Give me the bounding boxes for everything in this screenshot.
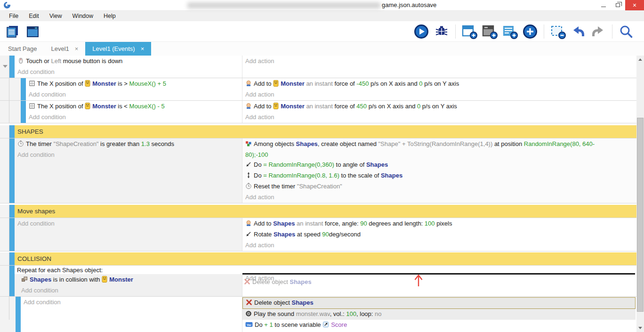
event-selection-bar[interactable] — [9, 138, 15, 203]
minimize-button[interactable] — [596, 0, 611, 10]
tab-start-page[interactable]: Start Page — [1, 42, 44, 56]
text-run: , create object named — [318, 140, 378, 147]
text-run: The X position of — [37, 103, 85, 110]
event-selection-bar[interactable] — [9, 218, 15, 251]
add-action-link[interactable]: Add action — [242, 112, 636, 122]
text-run: RandomInRange(80, 640- — [524, 140, 595, 147]
event-selection-bar[interactable] — [9, 56, 15, 78]
group-banner[interactable]: Move shapes — [0, 205, 636, 218]
collapse-arrow-icon[interactable] — [3, 65, 8, 68]
add-condition-link[interactable]: Add condition — [15, 150, 242, 160]
group-banner-label: COLLISION — [17, 255, 51, 262]
project-manager-icon[interactable] — [4, 24, 21, 40]
menu-help[interactable]: Help — [98, 12, 121, 21]
tab-level1-events-[interactable]: Level1 (Events)× — [85, 42, 151, 56]
undo-icon[interactable] — [570, 24, 587, 40]
text-run: Add to — [254, 103, 273, 110]
condition-line[interactable]: Touch or Left mouse button is down — [15, 56, 242, 67]
tab-close-icon[interactable]: × — [141, 45, 145, 52]
event-selection-bar[interactable] — [9, 125, 15, 138]
tab-level1[interactable]: Level1× — [44, 42, 85, 56]
add-condition-link[interactable]: Add condition — [15, 285, 242, 295]
action-line[interactable]: Add to Shapes an instant force, angle: 9… — [242, 219, 636, 229]
toolbar — [0, 21, 644, 42]
scrollbar-thumb[interactable] — [637, 118, 644, 312]
text-run: is > — [116, 80, 129, 87]
group-banner[interactable]: COLLISION — [0, 252, 636, 266]
action-line[interactable]: VarDo + 1 to scene variable Score — [242, 320, 636, 331]
add-action-link[interactable]: Add action — [242, 192, 636, 202]
scroll-down-icon[interactable] — [638, 327, 642, 329]
conditions-cell: The X position of Monster is > MouseX() … — [26, 78, 242, 100]
menu-view[interactable]: View — [44, 12, 67, 21]
scroll-up-icon[interactable] — [638, 58, 642, 61]
action-line[interactable]: Do = RandomInRange(0,360) to angle of Sh… — [242, 160, 636, 170]
action-line[interactable]: Delete object Shapes — [242, 297, 636, 309]
add-comment-icon[interactable] — [501, 24, 518, 40]
action-line[interactable]: 80);-100 — [242, 150, 636, 160]
text-run: is < — [116, 103, 129, 110]
remove-event-icon[interactable] — [549, 24, 566, 40]
condition-line[interactable]: Shapes is in collision with Monster — [15, 275, 242, 285]
window-title: game.json.autosave — [382, 1, 436, 8]
event-selection-bar[interactable] — [21, 78, 26, 100]
monster-icon — [85, 102, 90, 112]
tab-close-icon[interactable]: × — [75, 45, 79, 52]
add-condition-link[interactable]: Add condition — [26, 112, 242, 122]
action-line[interactable]: Add to Monster an instant force of 450 p… — [242, 101, 636, 112]
add-condition-link[interactable]: Add condition — [15, 219, 242, 228]
action-line[interactable]: Add to Monster an instant force of -450 … — [242, 79, 636, 89]
text-run: at position — [492, 140, 524, 147]
maximize-button[interactable] — [611, 0, 625, 10]
menu-window[interactable]: Window — [67, 12, 98, 21]
event-selection-bar[interactable] — [21, 101, 26, 123]
text-run: "ShapeCreation" — [297, 183, 342, 190]
dragged-action-ghost[interactable]: Delete object Shapes — [244, 278, 312, 286]
event-row: Add conditionAdd to Shapes an instant fo… — [0, 218, 636, 251]
group-banner[interactable]: SHAPES — [0, 125, 636, 138]
add-action-link[interactable]: Add action — [242, 89, 636, 99]
text-run: Rotate — [254, 231, 274, 238]
add-subevent-icon[interactable] — [481, 24, 498, 40]
scrollbar[interactable] — [636, 56, 644, 332]
add-action-link[interactable]: Add action — [242, 240, 636, 250]
close-button[interactable]: × — [625, 0, 644, 10]
menu-file[interactable]: File — [4, 12, 24, 21]
text-run: no — [375, 310, 381, 317]
condition-line[interactable]: The X position of Monster is > MouseX() … — [26, 79, 242, 89]
action-line[interactable]: Among objects Shapes, create object name… — [242, 139, 636, 150]
action-line[interactable]: Rotate Shapes at speed 90deg/second — [242, 229, 636, 240]
text-run: deg/second — [329, 231, 361, 238]
add-condition-link[interactable]: Add condition — [26, 89, 242, 99]
add-condition-link[interactable]: Add condition — [15, 67, 242, 77]
event-selection-bar[interactable] — [9, 252, 15, 265]
force-icon — [245, 102, 252, 112]
action-line[interactable]: Reset the timer "ShapeCreation" — [242, 181, 636, 192]
gutter — [0, 101, 21, 123]
event-row: Add conditionDelete object ShapesPlay th… — [0, 297, 636, 332]
toolbar-separator — [455, 24, 456, 39]
event-selection-bar[interactable] — [9, 205, 15, 218]
text-run: is in collision with — [51, 276, 102, 283]
action-line[interactable]: Play the sound monster.wav, vol.: 100, l… — [242, 309, 636, 320]
debug-icon[interactable] — [433, 24, 450, 40]
preview-play-icon[interactable] — [413, 24, 430, 40]
timer-icon — [245, 182, 252, 192]
text-run: 100 — [346, 310, 356, 317]
condition-line[interactable]: The X position of Monster is < MouseX() … — [26, 101, 242, 112]
redo-icon[interactable] — [590, 24, 607, 40]
add-new-icon[interactable] — [522, 24, 539, 40]
event-selection-bar[interactable] — [9, 266, 15, 296]
condition-line[interactable]: The timer "ShapeCreation" is greater tha… — [15, 139, 242, 150]
menu-edit[interactable]: Edit — [24, 12, 44, 21]
scale-icon — [245, 171, 252, 181]
gutter — [0, 252, 9, 265]
add-condition-link[interactable]: Add condition — [21, 297, 242, 307]
event-selection-bar[interactable] — [16, 297, 21, 332]
text-run: "Shape" + ToString(RandomInRange(1,4)) — [378, 140, 493, 147]
add-event-icon[interactable] — [461, 24, 478, 40]
action-line[interactable]: Do = RandomInRange(0.8, 1.6) to the scal… — [242, 170, 636, 181]
open-scene-icon[interactable] — [24, 24, 41, 40]
search-icon[interactable] — [618, 24, 635, 40]
add-action-link[interactable]: Add action — [242, 56, 636, 66]
